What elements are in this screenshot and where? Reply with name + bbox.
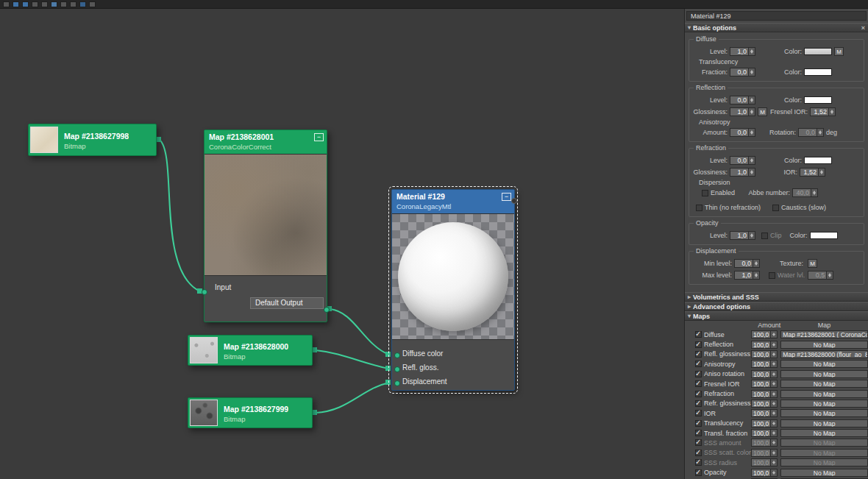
map-slot-button[interactable]: No Map: [780, 341, 868, 349]
render-setup-icon[interactable]: [79, 1, 86, 7]
min-level-spinner[interactable]: 0,0: [734, 259, 760, 268]
map-slot-button[interactable]: No Map: [780, 370, 868, 378]
spinner-arrows-icon[interactable]: [817, 129, 823, 136]
map-enable-checkbox[interactable]: [695, 469, 702, 476]
move-tool-icon[interactable]: [32, 1, 38, 7]
map-slot-button[interactable]: No Map: [780, 449, 868, 457]
spinner-arrows-icon[interactable]: [770, 430, 777, 436]
map-enable-checkbox[interactable]: [695, 371, 702, 377]
water-level-spinner[interactable]: 0,5: [808, 271, 833, 280]
spinner-arrows-icon[interactable]: [748, 108, 755, 116]
spinner-arrows-icon[interactable]: [753, 272, 759, 279]
spinner-arrows-icon[interactable]: [753, 260, 759, 267]
map-slot-button[interactable]: No Map: [780, 400, 868, 408]
map-slot-button[interactable]: No Map: [780, 458, 868, 466]
map-enable-checkbox[interactable]: [695, 341, 702, 348]
node-material-129[interactable]: Material #129 CoronaLegacyMtl − Diffuse …: [391, 189, 515, 391]
spinner-arrows-icon[interactable]: [828, 108, 835, 116]
diffuse-color-swatch[interactable]: [804, 48, 832, 55]
spinner-arrows-icon[interactable]: [770, 391, 777, 397]
diffuse-level-spinner[interactable]: 1,0: [730, 47, 755, 56]
default-output-slot[interactable]: Default Output: [250, 297, 324, 309]
menu-icon[interactable]: [3, 1, 10, 7]
map-amount-spinner[interactable]: 100,0: [751, 419, 778, 427]
opacity-color-swatch[interactable]: [810, 232, 838, 239]
map-slot-button[interactable]: No Map: [780, 429, 868, 437]
material-output-socket[interactable]: [511, 198, 517, 204]
select-by-name-icon[interactable]: [22, 1, 29, 7]
map-amount-spinner[interactable]: 100,0: [751, 449, 778, 457]
map-slot-button[interactable]: Map #2138628000 (flour_ao_8k: [780, 350, 868, 358]
spinner-arrows-icon[interactable]: [748, 96, 755, 104]
slot-displacement[interactable]: Displacement: [392, 375, 514, 388]
layers-icon[interactable]: [89, 1, 96, 7]
map-enable-checkbox[interactable]: [695, 430, 702, 436]
spinner-arrows-icon[interactable]: [770, 400, 777, 407]
map-slot-button[interactable]: Map #2138628001 ( CoronaCol: [780, 330, 868, 338]
max-level-spinner[interactable]: 1,0: [734, 271, 760, 280]
spinner-arrows-icon[interactable]: [818, 168, 825, 176]
abbe-number-spinner[interactable]: 40,0: [792, 188, 818, 197]
spinner-arrows-icon[interactable]: [770, 459, 777, 466]
map-enable-checkbox[interactable]: [695, 400, 702, 407]
ior-spinner[interactable]: 1,52: [800, 168, 825, 177]
rotate-tool-icon[interactable]: [41, 1, 48, 7]
map-enable-checkbox[interactable]: [695, 331, 702, 338]
map-enable-checkbox[interactable]: [695, 391, 702, 397]
input-socket[interactable]: [202, 289, 207, 295]
map-enable-checkbox[interactable]: [695, 439, 702, 446]
minimize-node-button[interactable]: −: [502, 193, 511, 201]
diffuse-input-socket[interactable]: [394, 352, 400, 358]
map-enable-checkbox[interactable]: [695, 420, 702, 427]
diffuse-map-button[interactable]: M: [834, 47, 844, 56]
fraction-spinner[interactable]: 0,0: [730, 68, 755, 77]
spinner-arrows-icon[interactable]: [770, 469, 777, 476]
water-level-checkbox[interactable]: [769, 272, 775, 279]
caustics-checkbox[interactable]: [772, 205, 779, 211]
map-amount-spinner[interactable]: 100,0: [751, 380, 778, 388]
map-amount-spinner[interactable]: 100,0: [751, 458, 778, 466]
displacement-texture-button[interactable]: M: [808, 259, 817, 268]
spinner-arrows-icon[interactable]: [748, 48, 755, 55]
spinner-arrows-icon[interactable]: [770, 351, 777, 358]
map-slot-button[interactable]: No Map: [780, 409, 868, 417]
map-amount-spinner[interactable]: 100,0: [751, 330, 778, 338]
map-enable-checkbox[interactable]: [695, 410, 702, 416]
map-slot-button[interactable]: No Map: [780, 439, 868, 447]
map-slot-button[interactable]: No Map: [780, 419, 868, 427]
rollout-advanced-options[interactable]: Advanced options: [685, 302, 868, 311]
node-bitmap-2138627998[interactable]: Map #2138627998 Bitmap: [28, 124, 157, 156]
map-amount-spinner[interactable]: 100,0: [751, 429, 778, 437]
rollout-maps[interactable]: Maps: [685, 311, 868, 321]
map-enable-checkbox[interactable]: [695, 380, 702, 387]
glossiness-spinner[interactable]: 1,0: [730, 107, 755, 116]
spinner-arrows-icon[interactable]: [748, 168, 755, 176]
close-icon[interactable]: ×: [861, 24, 865, 32]
minimize-node-button[interactable]: −: [314, 133, 324, 141]
clip-checkbox[interactable]: [761, 233, 768, 239]
spinner-arrows-icon[interactable]: [748, 232, 755, 239]
map-enable-checkbox[interactable]: [695, 351, 702, 358]
map-amount-spinner[interactable]: 100,0: [751, 390, 778, 398]
spinner-arrows-icon[interactable]: [770, 380, 777, 387]
spinner-arrows-icon[interactable]: [826, 272, 833, 279]
map-amount-spinner[interactable]: 100,0: [751, 350, 778, 358]
amount-spinner[interactable]: 0,0: [730, 128, 755, 137]
rotation-spinner[interactable]: 0,0: [798, 128, 824, 137]
map-enable-checkbox[interactable]: [695, 450, 702, 456]
opacity-level-spinner[interactable]: 1,0: [730, 231, 755, 240]
node-bitmap-2138627999[interactable]: Map #2138627999 Bitmap: [188, 397, 313, 428]
refraction-color-swatch[interactable]: [804, 157, 832, 164]
slot-diffuse-color[interactable]: Diffuse color: [392, 347, 514, 361]
fresnel-ior-spinner[interactable]: 1,52: [810, 107, 836, 116]
node-coronacolorcorrect[interactable]: Map #2138628001 CoronaColorCorrect − Inp…: [204, 129, 327, 322]
node-bitmap-2138628000[interactable]: Map #2138628000 Bitmap: [188, 335, 313, 366]
glossiness-map-button[interactable]: M: [758, 107, 767, 116]
spinner-arrows-icon[interactable]: [770, 331, 777, 338]
snap-icon[interactable]: [60, 1, 67, 7]
map-amount-spinner[interactable]: 100,0: [751, 360, 778, 368]
reflection-color-swatch[interactable]: [804, 96, 832, 104]
rollout-basic-options[interactable]: Basic options ×: [685, 23, 868, 32]
spinner-arrows-icon[interactable]: [748, 157, 755, 164]
spinner-arrows-icon[interactable]: [748, 68, 755, 76]
